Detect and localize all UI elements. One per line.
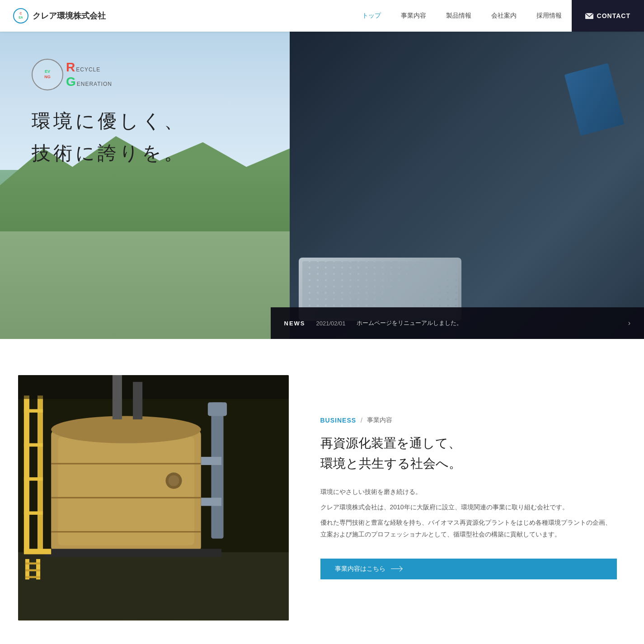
business-content: BUSINESS / 事業内容 再資源化装置を通して、 環境と共生する社会へ。 … <box>289 375 644 620</box>
main-content: BUSINESS / 事業内容 再資源化装置を通して、 環境と共生する社会へ。 … <box>0 339 644 644</box>
hero-bg-right <box>290 32 644 339</box>
badge-r-line: R ECYCLE <box>66 60 112 75</box>
tagline-line1: 環境に優しく、 <box>32 105 309 137</box>
business-label: BUSINESS / 事業内容 <box>320 416 617 424</box>
main-nav: トップ 事業内容 製品情報 会社案内 採用情報 CONTACT <box>352 0 644 32</box>
badge-ev: EV <box>44 69 51 75</box>
svg-rect-32 <box>113 375 122 419</box>
btn-arrow-icon <box>391 569 402 569</box>
site-header: C EA クレア環境株式会社 トップ 事業内容 製品情報 会社案内 採用情報 C… <box>0 0 644 32</box>
business-desc-2: クレア環境株式会社は、2010年に大阪府に設立、環境関連の事業に取り組む会社です… <box>320 502 617 513</box>
business-cta-button[interactable]: 事業内容はこちら <box>320 559 617 579</box>
nav-item-recruit[interactable]: 採用情報 <box>526 0 572 32</box>
svg-rect-7 <box>38 395 43 552</box>
contact-label: CONTACT <box>597 12 630 19</box>
business-heading: 再資源化装置を通して、 環境と共生する社会へ。 <box>320 433 617 474</box>
news-bar: NEWS 2021/02/01 ホームページをリニューアルしました。 › <box>271 307 644 339</box>
business-heading-line1: 再資源化装置を通して、 <box>320 436 461 450</box>
nav-item-top[interactable]: トップ <box>352 0 391 32</box>
svg-text:C: C <box>19 12 22 15</box>
nav-item-products[interactable]: 製品情報 <box>436 0 481 32</box>
svg-rect-5 <box>18 552 289 620</box>
nav-contact-link[interactable]: CONTACT <box>572 0 644 32</box>
news-label: NEWS <box>284 320 306 327</box>
svg-rect-10 <box>24 477 43 481</box>
hero-badge: EV NG R ECYCLE G ENERATION <box>32 59 309 90</box>
hero-section: EV NG R ECYCLE G ENERATION 環境に優しく、 技術に誇り… <box>0 32 644 339</box>
logo-link[interactable]: C EA クレア環境株式会社 <box>0 8 106 24</box>
svg-rect-8 <box>24 409 43 413</box>
business-btn-label: 事業内容はこちら <box>335 565 385 573</box>
svg-rect-21 <box>201 498 221 506</box>
badge-ng: NG <box>44 75 51 80</box>
business-label-en: BUSINESS <box>320 417 357 424</box>
svg-rect-11 <box>24 511 43 515</box>
svg-rect-9 <box>24 443 43 447</box>
news-date: 2021/02/01 <box>316 320 346 327</box>
badge-generation-word: ENERATION <box>77 81 112 87</box>
mail-icon <box>585 13 593 19</box>
tagline-line2: 技術に誇りを。 <box>32 137 309 169</box>
nav-item-business[interactable]: 事業内容 <box>391 0 436 32</box>
svg-rect-33 <box>133 382 142 419</box>
badge-recycle-word: ECYCLE <box>76 66 100 73</box>
svg-rect-18 <box>211 402 223 538</box>
svg-rect-30 <box>25 576 40 578</box>
business-desc-1: 環境にやさしい技術を磨き続ける。 <box>320 486 617 498</box>
logo-text: クレア環境株式会社 <box>33 10 106 21</box>
business-illustration <box>18 375 289 620</box>
badge-r-letter: R <box>66 60 75 75</box>
svg-rect-20 <box>201 457 221 465</box>
nav-item-company[interactable]: 会社案内 <box>481 0 526 32</box>
svg-rect-31 <box>18 375 289 399</box>
svg-point-23 <box>168 475 179 486</box>
svg-rect-29 <box>25 569 40 572</box>
svg-rect-19 <box>208 402 227 416</box>
svg-rect-25 <box>24 549 51 554</box>
news-title: ホームページをリニューアルしました。 <box>357 319 617 327</box>
svg-rect-6 <box>24 395 29 552</box>
svg-rect-28 <box>25 563 40 565</box>
hero-content: EV NG R ECYCLE G ENERATION 環境に優しく、 技術に誇り… <box>0 32 309 339</box>
svg-rect-24 <box>44 549 221 557</box>
business-label-ja: 事業内容 <box>367 416 392 424</box>
svg-text:EA: EA <box>19 16 23 19</box>
badge-recycle-generation: R ECYCLE G ENERATION <box>66 60 112 89</box>
svg-rect-13 <box>58 437 194 545</box>
badge-circle: EV NG <box>32 59 63 90</box>
business-section: BUSINESS / 事業内容 再資源化装置を通して、 環境と共生する社会へ。 … <box>0 339 644 644</box>
svg-point-14 <box>51 416 201 443</box>
hero-tagline: 環境に優しく、 技術に誇りを。 <box>32 105 309 169</box>
business-heading-line2: 環境と共生する社会へ。 <box>320 456 461 470</box>
badge-g-letter: G <box>66 75 76 89</box>
news-arrow-icon[interactable]: › <box>628 319 630 327</box>
logo-icon: C EA <box>13 8 29 24</box>
badge-g-line: G ENERATION <box>66 75 112 89</box>
business-label-sep: / <box>361 417 362 424</box>
business-desc-3: 優れた専門技術と豊富な経験を持ち、バイオマス再資源化プラントをはじめ各種環境プラ… <box>320 517 617 541</box>
business-image <box>18 375 289 620</box>
